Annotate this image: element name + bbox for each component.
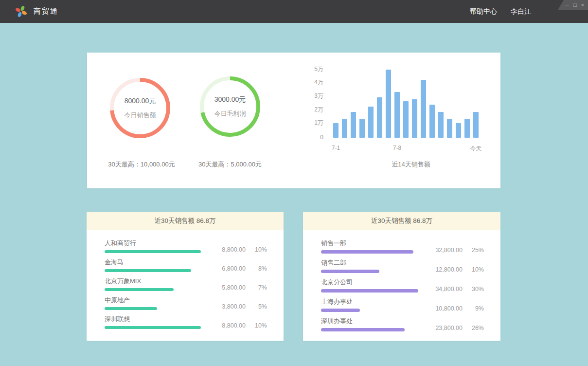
sales-bar [438,112,444,138]
item-bar [321,309,360,312]
today-profit-30day-max: 30天最高：5,000.00元 [177,160,284,169]
item-bar [105,288,174,291]
item-amount: 8,800.00 [204,246,246,253]
item-percent: 25% [463,247,484,254]
sales-x-axis: 7-17-8今天 [333,145,479,152]
kpi-today-profit-donut: 3000.00元 今日毛利润 [200,76,260,137]
y-tick-label: 4万 [301,78,323,87]
today-profit-label: 今日毛利润 [214,110,246,118]
item-name: 深圳办事处 [321,317,418,325]
sales-bar [333,123,339,138]
sales-bar [464,119,470,138]
list-item: 上海办事处10,800.009% [321,297,484,312]
sales-chart-title: 近14天销售额 [362,160,460,169]
sales-bar [421,80,426,138]
title-bar: 商贸通 帮助中心 李白江 ─ □ × [0,0,588,23]
item-name: 人和商贸行 [105,239,202,247]
sales-bar [394,92,400,138]
list-item: 中原地产3,800.005% [105,296,267,310]
y-tick-label: 0 [301,134,323,141]
department-ranking-title: 近30天销售额 86.8万 [303,212,500,230]
sales-bar [456,123,461,138]
sales-bar [386,70,391,138]
item-amount: 5,800.00 [204,284,246,291]
help-center-link[interactable]: 帮助中心 [470,7,497,16]
app-logo-pinwheel-icon [15,5,28,18]
item-amount: 23,800.00 [421,325,463,331]
sales-summary-card: 8000.00元 今日销售额 30天最高：10,000.00元 3000.00元… [87,53,500,188]
x-tick-label: 今天 [470,145,482,153]
sales-bar [377,97,382,138]
item-percent: 30% [463,286,484,293]
item-bar [105,307,157,310]
item-amount: 12,800.00 [421,266,463,273]
sales-bar [429,105,435,138]
sales-bar [403,101,409,138]
item-percent: 26% [463,325,484,331]
app-title: 商贸通 [34,7,58,16]
item-amount: 10,800.00 [421,305,463,312]
item-amount: 8,800.00 [204,322,246,329]
minimize-icon[interactable]: ─ [565,2,569,8]
sales-bar [447,119,452,138]
item-amount: 34,800.00 [421,286,463,293]
x-tick-label: 7-1 [332,145,340,151]
item-percent: 10% [463,266,484,273]
close-icon[interactable]: × [581,2,584,8]
department-ranking-card: 近30天销售额 86.8万 销售一部32,800.0025%销售二部12,800… [303,212,500,341]
y-tick-label: 1万 [301,119,323,127]
y-tick-label: 5万 [301,65,323,73]
item-percent: 7% [246,284,267,291]
customer-ranking-title: 近30天销售额 86.8万 [87,212,284,230]
item-name: 中原地产 [105,296,202,304]
sales-bar [473,112,479,138]
item-percent: 8% [246,265,267,272]
list-item: 深圳办事处23,800.0026% [321,317,484,331]
today-sales-value: 8000.00元 [125,97,156,106]
item-bar [105,250,201,253]
list-item: 北京万象MIX5,800.007% [105,277,267,291]
sales-bar [412,99,417,138]
item-amount: 3,800.00 [204,303,246,310]
customer-ranking-card: 近30天销售额 86.8万 人和商贸行8,800.0010%金海马6,800.0… [87,212,284,341]
item-name: 销售一部 [321,239,418,247]
department-list: 销售一部32,800.0025%销售二部12,800.0010%北京分公司34,… [303,230,500,331]
x-tick-label: 7-8 [393,145,401,151]
sales-bar [351,112,356,138]
item-name: 金海马 [105,258,202,266]
list-item: 金海马6,800.008% [105,258,267,272]
item-bar [321,270,379,273]
item-bar [105,269,191,272]
sales-bar-plot [333,65,479,138]
item-amount: 32,800.00 [421,247,463,254]
user-name-link[interactable]: 李白江 [511,7,531,16]
item-bar [321,289,418,293]
today-profit-value: 3000.00元 [214,95,246,104]
sales-bar [342,119,347,138]
list-item: 深圳联想8,800.0010% [105,315,267,329]
y-tick-label: 2万 [301,106,323,114]
window-controls: ─ □ × [558,0,588,10]
item-name: 上海办事处 [321,297,418,306]
list-item: 人和商贸行8,800.0010% [105,239,267,253]
item-percent: 10% [246,246,267,253]
item-name: 销售二部 [321,258,418,267]
item-bar [105,326,201,329]
item-percent: 5% [246,303,267,310]
list-item: 北京分公司34,800.0030% [321,278,484,293]
item-bar [321,250,413,254]
item-percent: 9% [463,305,484,312]
top-navigation: 帮助中心 李白江 [470,0,531,23]
y-tick-label: 3万 [301,92,323,100]
maximize-icon[interactable]: □ [573,2,577,8]
list-item: 销售二部12,800.0010% [321,258,484,273]
item-bar [321,328,405,331]
kpi-today-sales-donut: 8000.00元 今日销售额 [110,78,170,138]
item-name: 深圳联想 [105,315,202,323]
customer-list: 人和商贸行8,800.0010%金海马6,800.008%北京万象MIX5,80… [87,230,284,329]
item-amount: 6,800.00 [204,265,246,272]
sales-bar [359,119,365,138]
item-percent: 10% [246,322,267,329]
item-name: 北京分公司 [321,278,418,286]
item-name: 北京万象MIX [105,277,202,285]
